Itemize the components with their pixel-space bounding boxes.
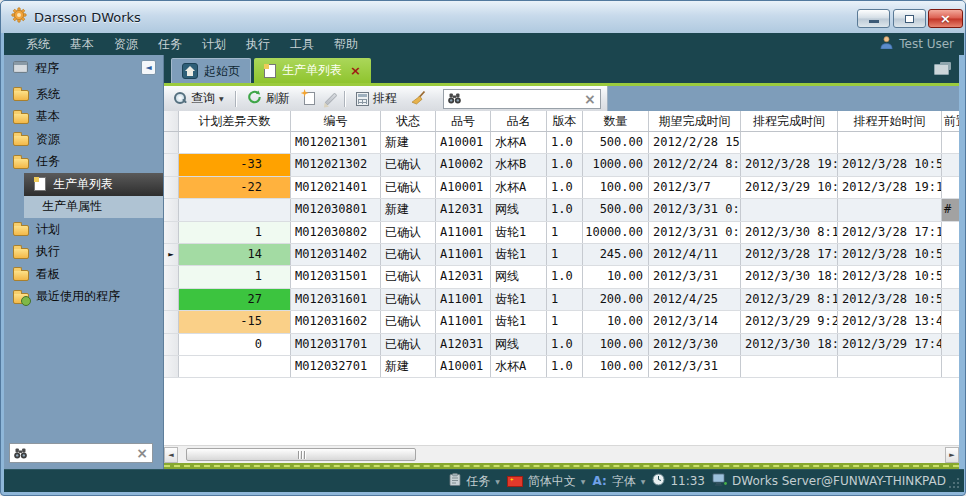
cell-status: 已确认 [381,154,436,175]
restore-button[interactable] [893,9,926,28]
row-selector[interactable]: ► [164,311,179,332]
cell-version: 1.0 [547,334,583,355]
sidebar-item[interactable]: 生产单列表 [24,173,163,196]
column-header[interactable]: 期望完成时间 [649,111,741,131]
column-header[interactable]: 数量 [583,111,649,131]
toolbar-search-clear-icon[interactable]: × [584,92,596,106]
tab-production-order-list[interactable]: 生产单列表 × [254,58,371,83]
table-row[interactable]: ► M012032701 新建 A10001 水杯A 1.0 100.00 20… [164,356,959,378]
sidebar-item[interactable]: 任务 [4,151,163,174]
clean-button[interactable] [406,88,431,109]
cell-version: 1 [547,311,583,332]
sidebar-collapse-button[interactable]: ◄ [141,60,156,75]
scrollbar-thumb[interactable] [186,448,416,461]
row-selector[interactable]: ► [164,334,179,355]
column-header[interactable]: 前置时间 [942,111,959,131]
close-button[interactable]: × [928,9,963,28]
menu-item[interactable]: 资源 [104,34,148,55]
chevron-down-icon: ▼ [495,478,500,485]
row-selector[interactable]: ► [164,154,179,175]
row-selector[interactable]: ► [164,356,179,377]
user-area[interactable]: Test User [880,36,954,52]
table-row[interactable]: ► 27 M012031601 已确认 A11001 齿轮1 1 200.00 … [164,289,959,311]
menu-item[interactable]: 基本 [60,34,104,55]
column-header[interactable]: 版本 [547,111,583,131]
sidebar-item[interactable]: 执行 [4,241,163,264]
language-menu[interactable]: 简体中文 ▼ [507,473,586,490]
table-row[interactable]: ► M012030801 新建 A12031 网线 1.0 500.00 201… [164,199,959,221]
sidebar-item[interactable]: 最近使用的程序 [4,286,163,309]
menu-item[interactable]: 工具 [280,34,324,55]
sidebar-item[interactable]: 基本 [4,106,163,129]
edit-button[interactable] [324,88,338,109]
row-selector[interactable]: ► [164,222,179,243]
sidebar-item[interactable]: 生产单属性 [24,196,163,219]
sidebar-search-input[interactable] [31,445,132,461]
table-row[interactable]: ► 1 M012031501 已确认 A12031 网线 1.0 10.00 2… [164,266,959,288]
table-row[interactable]: ► 1 M012030802 已确认 A11001 齿轮1 1 10000.00… [164,222,959,244]
table-row[interactable]: ► -33 M012021302 已确认 A10002 水杯B 1.0 1000… [164,154,959,176]
minimize-button[interactable] [857,9,890,28]
task-menu[interactable]: 任务 ▼ [449,473,500,490]
cell-expected-finish-time: 2012/2/24 8:00 [649,154,741,175]
cell-schedule-start-time: 2012/3/28 10:52 [838,289,942,310]
cell-schedule-start-time [838,356,942,377]
resize-grip[interactable] [949,478,959,488]
cell-status: 已确认 [381,244,436,265]
table-row[interactable]: ► 14 M012031402 已确认 A11001 齿轮1 1 245.00 … [164,244,959,266]
column-header[interactable]: 排程完成时间 [741,111,838,131]
sidebar-item[interactable]: 资源 [4,128,163,151]
cell-overflow [942,132,959,153]
cell-quantity: 100.00 [583,334,649,355]
cell-status: 已确认 [381,289,436,310]
menu-item[interactable]: 执行 [236,34,280,55]
sidebar-item[interactable]: 看板 [4,263,163,286]
table-row[interactable]: ► 0 M012031701 已确认 A12031 网线 1.0 100.00 … [164,334,959,356]
tab-start-page[interactable]: 起始页 [171,58,251,83]
row-selector[interactable]: ► [164,132,179,153]
new-button[interactable] [299,88,320,109]
column-header[interactable]: 品号 [436,111,491,131]
china-flag-icon [507,476,523,487]
menu-item[interactable]: 计划 [192,34,236,55]
sidebar-item-label: 执行 [36,243,60,260]
table-row[interactable]: ► -22 M012021401 已确认 A10001 水杯A 1.0 100.… [164,177,959,199]
grid-header-row: 计划差异天数编号状态品号品名版本数量期望完成时间排程完成时间排程开始时间前置时间 [164,111,959,132]
column-header[interactable]: 计划差异天数 [179,111,291,131]
schedule-button[interactable]: 排程 [351,88,402,109]
scroll-left-button[interactable]: ◄ [164,447,178,463]
column-header[interactable]: 编号 [291,111,381,131]
scroll-right-button[interactable]: ► [945,447,959,463]
column-header[interactable]: 状态 [381,111,436,131]
row-selector[interactable]: ► [164,266,179,287]
query-button[interactable]: 查询 ▼ [169,88,229,109]
cell-schedule-finish-time: 2012/3/29 10:20 [741,177,838,198]
menu-item[interactable]: 帮助 [324,34,368,55]
column-header[interactable]: 排程开始时间 [838,111,942,131]
table-row[interactable]: ► M012021301 新建 A10001 水杯A 1.0 500.00 20… [164,132,959,154]
sidebar-item-label: 最近使用的程序 [36,288,120,305]
status-time: 11:33 [670,474,705,488]
row-selector[interactable]: ► [164,244,179,265]
tab-list-icon[interactable] [934,62,951,75]
sidebar-item[interactable]: 计划 [4,218,163,241]
folder-icon [13,293,29,304]
menu-item[interactable]: 任务 [148,34,192,55]
cell-part-name: 齿轮1 [491,222,547,243]
row-selector[interactable]: ► [164,199,179,220]
menu-item[interactable]: 系统 [16,34,60,55]
font-menu[interactable]: A: 字体 ▼ [592,473,645,490]
sidebar-item-label: 资源 [36,131,60,148]
title-bar: Darsson DWorks × [1,1,966,33]
toolbar-search-input[interactable] [465,91,580,107]
tab-close-icon[interactable]: × [350,64,361,77]
row-selector[interactable]: ► [164,289,179,310]
refresh-button[interactable]: 刷新 [242,88,295,109]
table-row[interactable]: ► -15 M012031602 已确认 A11001 齿轮1 1 10.00 … [164,311,959,333]
row-selector-header [164,111,179,131]
column-header[interactable]: 品名 [491,111,547,131]
sidebar-search-clear-icon[interactable]: × [136,446,148,460]
row-selector[interactable]: ► [164,177,179,198]
menu-item-label: 工具 [290,37,314,51]
sidebar-item[interactable]: 系统 [4,83,163,106]
